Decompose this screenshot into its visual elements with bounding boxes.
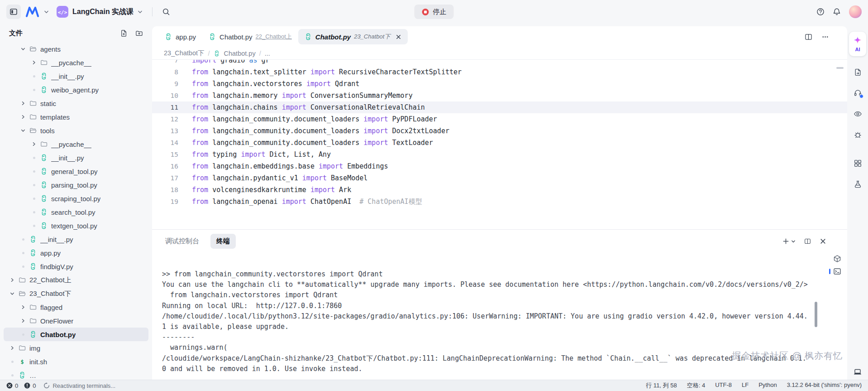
tree-item-__init__.py[interactable]: __init__.py	[4, 232, 148, 246]
tree-item-textgen_tool.py[interactable]: textgen_tool.py	[4, 219, 148, 232]
tree-item-agents[interactable]: agents	[4, 42, 148, 56]
code-line-13[interactable]: 13from langchain_community.document_load…	[152, 125, 847, 137]
code-line-8[interactable]: 8from langchain.text_splitter import Rec…	[152, 66, 847, 78]
chevron-down-icon[interactable]	[19, 128, 27, 133]
tree-item-label: __pycache__	[51, 140, 91, 148]
chevron-right-icon[interactable]	[19, 115, 27, 119]
code-line-10[interactable]: 10from langchain.memory import Conversat…	[152, 90, 847, 101]
code-line-7[interactable]: 7import gradio as gr	[152, 60, 847, 66]
user-avatar[interactable]	[849, 5, 862, 18]
errors-icon[interactable]	[6, 382, 13, 389]
new-file-button[interactable]	[120, 29, 128, 37]
tree-item-flagged[interactable]: flagged	[4, 300, 148, 314]
experiments-button[interactable]	[854, 180, 862, 188]
ai-assistant-button[interactable]: AI	[849, 32, 866, 56]
status-eol[interactable]: LF	[742, 381, 749, 390]
code-line-16[interactable]: 16from langchain.embeddings.base import …	[152, 160, 847, 172]
apps-grid-button[interactable]	[854, 159, 862, 168]
new-folder-button[interactable]	[135, 29, 143, 37]
tree-item-tools[interactable]: tools	[4, 124, 148, 137]
tab-terminal[interactable]: 终端	[210, 234, 236, 249]
tree-item-init.sh[interactable]: $init.sh	[4, 355, 148, 368]
chevron-right-icon[interactable]	[19, 319, 27, 323]
tree-item-parsing_tool.py[interactable]: parsing_tool.py	[4, 178, 148, 192]
terminal-scrollbar-thumb[interactable]	[815, 302, 817, 327]
chevron-right-icon[interactable]	[19, 101, 27, 106]
tab-debug-console[interactable]: 调试控制台	[159, 234, 205, 249]
marscode-logo[interactable]	[25, 6, 40, 17]
python-file-icon	[40, 72, 48, 80]
code-line-15[interactable]: 15from typing import Dict, List, Any	[152, 149, 847, 160]
workspace-switcher[interactable]: </> LangChain 实战课	[57, 6, 143, 18]
tree-item-findbigV.py[interactable]: findbigV.py	[4, 260, 148, 273]
status-language-mode[interactable]: Python	[758, 381, 777, 390]
debug-button[interactable]	[854, 130, 862, 139]
chevron-down-icon[interactable]	[19, 47, 27, 51]
new-terminal-button[interactable]	[782, 238, 796, 245]
code-line-9[interactable]: 9from langchain.vectorstores import Qdra…	[152, 78, 847, 90]
chevron-right-icon[interactable]	[8, 278, 16, 282]
logo-menu-button[interactable]	[44, 10, 49, 14]
warnings-icon[interactable]	[24, 382, 30, 389]
tree-item-img[interactable]: img	[4, 341, 148, 355]
breadcrumb-item[interactable]: 23_Chatbot下	[164, 49, 204, 58]
code-line-19[interactable]: 19from langchain_openai import ChatOpenA…	[152, 196, 847, 208]
code-text: from langchain.vectorstores import Qdran…	[178, 78, 359, 90]
toggle-sidebar-button[interactable]	[6, 5, 21, 19]
chevron-right-icon[interactable]	[30, 142, 38, 146]
status-indentation[interactable]: 空格: 4	[687, 381, 705, 390]
more-actions-button[interactable]	[821, 33, 829, 41]
tree-item-23_Chatbot[interactable]: 23_Chatbot下	[4, 287, 148, 300]
close-tab-button[interactable]	[396, 34, 401, 40]
split-terminal-button[interactable]	[804, 238, 811, 245]
chevron-right-icon[interactable]	[8, 346, 16, 350]
tree-item-templates[interactable]: templates	[4, 110, 148, 124]
code-line-12[interactable]: 12from langchain_community.document_load…	[152, 113, 847, 125]
chevron-right-icon[interactable]	[19, 305, 27, 309]
editor-tab-Chatbot.py-23_Chatbot[interactable]: Chatbot.py23_Chatbot下	[298, 29, 408, 44]
stop-button[interactable]: 停止	[415, 5, 454, 19]
tree-item-weibo_agent.py[interactable]: weibo_agent.py	[4, 83, 148, 97]
editor-tab-app.py[interactable]: app.py	[158, 29, 202, 44]
export-file-button[interactable]	[854, 68, 862, 77]
tree-item-22_Chatbot[interactable]: 22_Chatbot上	[4, 273, 148, 287]
search-button[interactable]	[162, 8, 170, 16]
code-line-17[interactable]: 17from langchain.pydantic_v1 import Base…	[152, 172, 847, 184]
breadcrumb-item[interactable]: Chatbot.py	[224, 50, 256, 57]
tree-item-__pycache__[interactable]: __pycache__	[4, 137, 148, 151]
breadcrumb-item[interactable]: ...	[265, 50, 270, 57]
split-editor-button[interactable]	[805, 33, 812, 41]
tree-item-scraping_tool.py[interactable]: scraping_tool.py	[4, 192, 148, 205]
tree-item-__init__.py[interactable]: __init__.py	[4, 151, 148, 164]
status-interpreter-version[interactable]: 3.12.2 64-bit ('shims': pyenv)	[787, 381, 862, 390]
support-service-button[interactable]	[854, 89, 862, 97]
tree-item-search_tool.py[interactable]: search_tool.py	[4, 205, 148, 219]
tree-item-__init__.py[interactable]: __init__.py	[4, 69, 148, 83]
tree-item-Chatbot.py[interactable]: Chatbot.py	[4, 328, 148, 341]
notifications-button[interactable]	[833, 8, 841, 16]
editor-scrollbar-thumb[interactable]	[836, 67, 844, 69]
status-cursor-position[interactable]: 行 11, 列 58	[646, 381, 677, 390]
preview-button[interactable]	[854, 110, 862, 118]
chevron-right-icon[interactable]	[30, 60, 38, 65]
tree-item-__pycache__[interactable]: __pycache__	[4, 56, 148, 69]
terminal-group-button[interactable]	[833, 255, 841, 263]
code-line-11[interactable]: 11from langchain.chains import Conversat…	[152, 101, 847, 113]
warnings-count[interactable]: 0	[33, 382, 36, 389]
errors-count[interactable]: 0	[15, 382, 18, 389]
remote-machine-button[interactable]	[853, 368, 862, 376]
help-button[interactable]	[816, 8, 825, 16]
code-editor[interactable]: 7import gradio as gr8from langchain.text…	[152, 60, 847, 229]
tree-item-general_tool.py[interactable]: general_tool.py	[4, 164, 148, 178]
code-line-14[interactable]: 14from langchain_community.document_load…	[152, 137, 847, 149]
active-terminal-button[interactable]	[833, 267, 841, 275]
status-encoding[interactable]: UTF-8	[715, 381, 732, 390]
tree-item-app.py[interactable]: app.py	[4, 246, 148, 260]
tree-item-OneFlower[interactable]: OneFlower	[4, 314, 148, 328]
close-panel-button[interactable]	[820, 238, 826, 245]
tree-item-static[interactable]: static	[4, 97, 148, 110]
editor-tab-Chatbot.py-22_Chatbot[interactable]: Chatbot.py22_Chatbot上	[202, 29, 298, 44]
tree-item-item[interactable]: …	[4, 368, 148, 380]
code-line-18[interactable]: 18from volcenginesdkarkruntime import Ar…	[152, 184, 847, 196]
chevron-down-icon[interactable]	[8, 291, 16, 296]
